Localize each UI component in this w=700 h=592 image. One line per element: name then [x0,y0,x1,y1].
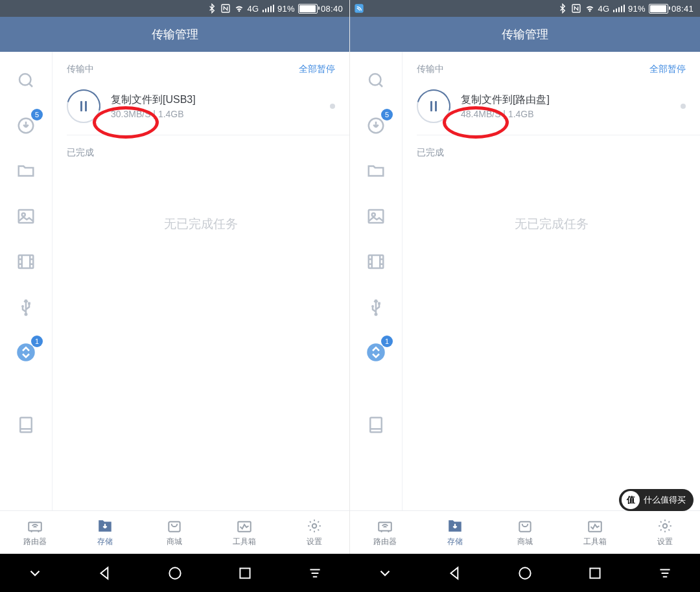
clock: 08:41 [671,4,694,14]
section-done-head: 已完成 [402,135,700,166]
status-bar: 4G 91% 08:41 [350,0,700,17]
page-title: 传输管理 [0,17,349,52]
svg-rect-3 [19,210,34,223]
tab-bar: 路由器 存储 商城 工具箱 设置 [0,510,349,554]
nav-back[interactable] [70,565,140,582]
svg-point-1 [19,74,31,85]
empty-message: 无已完成任务 [52,166,349,282]
section-transferring-head: 传输中 全部暂停 [402,52,700,83]
tab-router[interactable]: 路由器 [350,518,420,547]
chevron-down-icon [27,565,43,582]
wifi-icon [234,3,244,14]
battery-icon [298,4,318,14]
nav-recent[interactable] [210,565,280,582]
sidebar-search[interactable] [362,66,390,95]
section-done-label: 已完成 [67,147,94,159]
svg-rect-5 [19,255,34,268]
home-icon [167,565,183,582]
tab-settings[interactable]: 设置 [279,518,349,547]
signal-icon [262,5,275,12]
nfc-icon [571,3,581,14]
nav-back[interactable] [420,565,490,582]
nav-menu[interactable] [280,565,350,582]
status-dot [330,104,335,109]
nav-collapse[interactable] [350,565,420,582]
task-meta: 30.3MB/S | 1.4GB [111,109,330,119]
svg-point-8 [25,313,28,316]
svg-point-21 [372,213,375,216]
section-transferring-label: 传输中 [67,63,94,75]
tab-storage[interactable]: 存储 [70,518,140,547]
sidebar-search[interactable] [12,66,40,95]
nav-collapse[interactable] [0,565,70,582]
storage-icon [97,518,113,534]
transfer-task[interactable]: 复制文件到[路由盘] 48.4MB/S | 1.4GB [402,83,700,135]
svg-point-35 [519,567,530,578]
sidebar: 5 1 [350,52,402,510]
phone-screen-left: 4G 91% 08:40 传输管理 5 [0,0,350,554]
usb-icon [16,297,36,317]
nfc-icon [220,3,231,14]
sidebar-videos[interactable] [362,247,390,276]
tab-router[interactable]: 路由器 [0,518,70,547]
svg-point-18 [369,74,381,85]
gear-icon [306,518,323,534]
tab-store[interactable]: 商城 [490,518,560,547]
tab-tools[interactable]: 工具箱 [560,518,630,547]
bluetooth-icon [557,3,568,14]
transfer-task[interactable]: 复制文件到[USB3] 30.3MB/S | 1.4GB [52,83,349,135]
storage-icon [447,518,463,534]
transfer-badge: 1 [31,336,43,347]
nav-menu[interactable] [630,565,700,582]
sidebar-images[interactable] [362,202,390,231]
svg-rect-22 [369,255,384,268]
recent-icon [587,565,603,582]
tablet-icon [366,415,386,435]
sidebar-device[interactable] [362,411,390,439]
sidebar: 5 1 [0,52,52,510]
pause-all-button[interactable]: 全部暂停 [649,63,686,75]
tab-tools[interactable]: 工具箱 [209,518,279,547]
sidebar-images[interactable] [12,202,40,231]
store-icon [166,518,183,534]
usb-icon [366,297,386,317]
tab-store[interactable]: 商城 [140,518,210,547]
pause-button[interactable] [417,89,450,123]
svg-point-15 [312,524,317,529]
search-icon [16,71,36,90]
status-dot [681,104,686,109]
pause-button[interactable] [67,89,100,123]
nav-home[interactable] [140,565,210,582]
section-done-label: 已完成 [417,147,444,159]
svg-rect-31 [589,522,601,532]
router-icon [27,518,43,534]
svg-rect-7 [28,302,30,305]
sidebar-transfer[interactable]: 1 [12,338,40,367]
task-meta: 48.4MB/S | 1.4GB [461,109,681,119]
sidebar-downloads[interactable]: 5 [12,111,40,140]
folder-icon [366,161,386,181]
pause-all-button[interactable]: 全部暂停 [299,63,335,75]
sidebar-videos[interactable] [12,247,40,276]
main-content: 传输中 全部暂停 复制文件到[路由盘] 48.4MB/S | 1.4GB 已完成 [402,52,700,510]
battery-pct: 91% [277,4,295,14]
menu-stack-icon [307,565,323,582]
tab-storage[interactable]: 存储 [420,518,490,547]
nav-home[interactable] [490,565,560,582]
status-bar: 4G 91% 08:40 [0,0,349,17]
task-title: 复制文件到[USB3] [111,93,330,107]
sidebar-usb[interactable] [12,293,40,321]
sidebar-usb[interactable] [362,293,390,321]
watermark-badge: 值 [622,491,640,509]
svg-point-26 [367,343,385,361]
sidebar-device[interactable] [12,411,40,439]
tab-settings[interactable]: 设置 [630,518,700,547]
sidebar-folders[interactable] [12,157,40,185]
nav-recent[interactable] [560,565,630,582]
recent-icon [237,565,253,582]
video-icon [16,252,36,271]
sidebar-transfer[interactable]: 1 [362,338,390,367]
sidebar-folders[interactable] [362,157,390,185]
sidebar-downloads[interactable]: 5 [362,111,390,140]
bluetooth-icon [207,3,217,14]
